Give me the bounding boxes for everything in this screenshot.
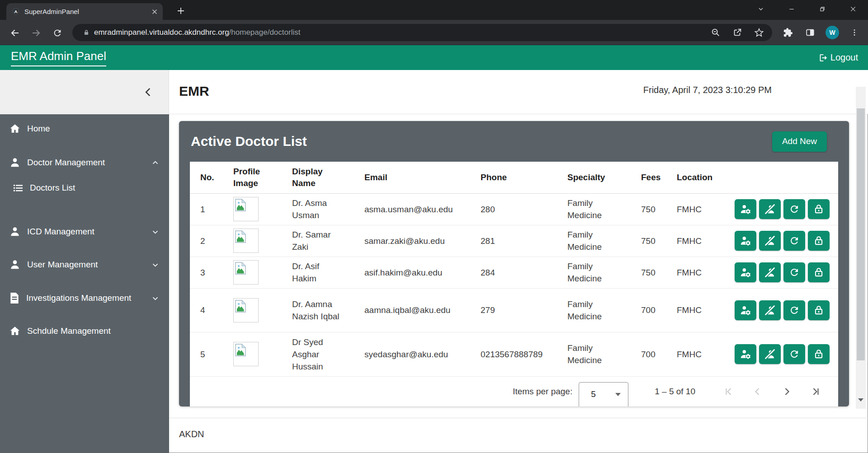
forward-icon[interactable] — [29, 26, 43, 40]
scrollbar-thumb[interactable] — [857, 108, 865, 360]
browser-menu-icon[interactable] — [848, 26, 861, 39]
new-tab-button[interactable] — [175, 5, 187, 17]
app-title: EMR Admin Panel — [11, 49, 106, 66]
browser-tab[interactable]: A SuperAdminPanel — [6, 3, 163, 20]
previous-page-icon[interactable] — [752, 386, 763, 397]
sidebar-collapse-icon[interactable] — [141, 84, 156, 100]
lock-button[interactable] — [808, 231, 830, 251]
sidebar-item-home[interactable]: Home — [0, 117, 169, 140]
profile-avatar[interactable]: W — [826, 26, 839, 39]
page-size-select[interactable]: 5 — [579, 382, 628, 407]
sidebar-item-doctors-list[interactable]: Doctors List — [0, 176, 169, 200]
broken-image-icon — [235, 199, 246, 211]
chevron-up-icon — [151, 159, 159, 167]
refresh-button[interactable] — [783, 300, 805, 320]
user-deactivate-button[interactable] — [759, 344, 781, 364]
user-settings-button[interactable] — [735, 344, 756, 364]
column-header-fees: Fees — [629, 162, 669, 193]
svg-text:A: A — [14, 9, 17, 14]
tab-search-icon[interactable] — [754, 0, 768, 18]
broken-image-icon — [235, 300, 246, 313]
lock-button[interactable] — [808, 344, 830, 364]
user-settings-button[interactable] — [735, 262, 756, 282]
next-page-icon[interactable] — [781, 386, 792, 397]
user-settings-button[interactable] — [735, 231, 756, 251]
user-deactivate-button[interactable] — [759, 199, 781, 219]
refresh-button[interactable] — [783, 344, 805, 364]
reload-icon[interactable] — [51, 26, 64, 40]
items-per-page-label: Items per page: — [513, 387, 572, 397]
zoom-out-icon[interactable] — [709, 26, 722, 39]
sidebar-item-schedule-management[interactable]: Schdule Management — [0, 319, 169, 343]
logout-icon — [818, 53, 828, 63]
lock-icon — [813, 203, 825, 215]
browser-window: A SuperAdminPanel — [0, 0, 868, 453]
back-icon[interactable] — [8, 26, 22, 40]
column-header-phone: Phone — [470, 162, 557, 193]
user-settings-button[interactable] — [735, 300, 756, 320]
side-panel-icon[interactable] — [803, 26, 817, 39]
user-settings-button[interactable] — [735, 199, 756, 219]
sidebar-item-investigations-management[interactable]: Investigations Management — [0, 286, 169, 310]
user-deactivate-icon — [764, 304, 776, 316]
doctor-name: Dr. Asma Usman — [283, 193, 355, 225]
table-row: 1 Dr. Asma Usman asma.usman@aku.edu 280 … — [190, 193, 838, 225]
bookmark-star-icon[interactable] — [752, 26, 766, 39]
table-row: 5 Dr Syed Asghar Hussain syedasghar@aku.… — [190, 332, 838, 376]
share-icon[interactable] — [731, 26, 744, 39]
sidebar-item-user-management[interactable]: User Management — [0, 253, 169, 276]
user-deactivate-icon — [764, 235, 776, 247]
doctor-name: Dr. Samar Zaki — [283, 225, 355, 257]
lock-icon — [813, 348, 825, 360]
user-deactivate-button[interactable] — [759, 231, 781, 251]
card-title: Active Doctor List — [191, 134, 307, 149]
profile-image-placeholder — [233, 229, 259, 253]
tab-close-icon[interactable] — [152, 9, 157, 14]
address-bar[interactable]: emradminpanel.virtualdoc.akdndhrc.org/ho… — [72, 24, 772, 41]
paginator: Items per page: 5 1 – 5 of 10 — [190, 377, 838, 407]
scrollbar-down-icon[interactable] — [856, 394, 866, 405]
sidebar-item-doctor-management[interactable]: Doctor Management — [0, 151, 169, 174]
refresh-button[interactable] — [783, 262, 805, 282]
lock-button[interactable] — [808, 300, 830, 320]
list-icon — [13, 182, 24, 193]
lock-icon[interactable] — [83, 29, 90, 36]
window-close-icon[interactable] — [846, 0, 860, 18]
add-new-button[interactable]: Add New — [772, 131, 827, 152]
user-deactivate-button[interactable] — [759, 262, 781, 282]
doctor-name: Dr. Aamna Nazish Iqbal — [283, 288, 355, 332]
sidebar-top-band — [0, 70, 169, 114]
logout-button[interactable]: Logout — [818, 52, 858, 63]
lock-button[interactable] — [808, 199, 830, 219]
refresh-icon — [789, 305, 800, 316]
sidebar-item-icd-management[interactable]: ICD Management — [0, 220, 169, 243]
refresh-button[interactable] — [783, 199, 805, 219]
column-header-display-name: Display Name — [283, 162, 355, 193]
doctor-name: Dr Syed Asghar Hussain — [283, 332, 355, 376]
card-header: Active Doctor List Add New — [179, 121, 849, 162]
table-row: 3 Dr. Asif Hakim asif.hakim@aku.edu 284 … — [190, 257, 838, 288]
table-row: 2 Dr. Samar Zaki samar.zaki@aku.edu 281 … — [190, 225, 838, 257]
user-deactivate-button[interactable] — [759, 300, 781, 320]
last-page-icon[interactable] — [810, 386, 821, 397]
user-settings-icon — [740, 266, 751, 278]
home-icon — [9, 325, 21, 337]
user-settings-icon — [740, 348, 751, 360]
extensions-icon[interactable] — [781, 26, 795, 39]
page-scrollbar[interactable] — [856, 87, 866, 409]
column-header-no: No. — [190, 162, 226, 193]
restore-icon[interactable] — [816, 0, 829, 18]
chevron-down-icon — [151, 294, 159, 302]
refresh-icon — [789, 349, 800, 360]
column-header-profile-image: Profile Image — [226, 162, 283, 193]
home-icon — [9, 123, 21, 135]
lock-icon — [813, 266, 825, 278]
refresh-button[interactable] — [783, 231, 805, 251]
user-settings-icon — [740, 203, 751, 215]
minimize-icon[interactable] — [785, 0, 798, 18]
sidebar: Home Doctor Management Doctors List — [0, 114, 169, 453]
first-page-icon[interactable] — [723, 386, 734, 397]
profile-image-placeholder — [233, 260, 259, 285]
broken-image-icon — [235, 344, 246, 356]
lock-button[interactable] — [808, 262, 830, 282]
